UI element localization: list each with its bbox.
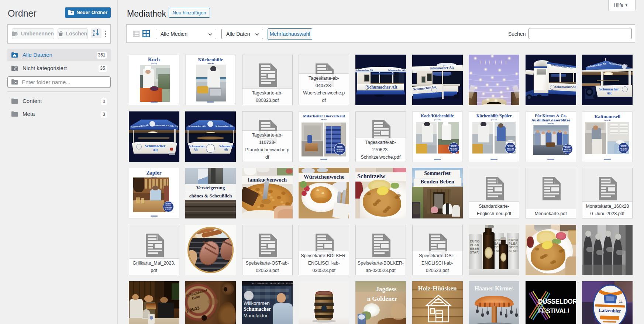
svg-text:Z: Z	[93, 33, 95, 36]
svg-text:A: A	[93, 29, 95, 33]
